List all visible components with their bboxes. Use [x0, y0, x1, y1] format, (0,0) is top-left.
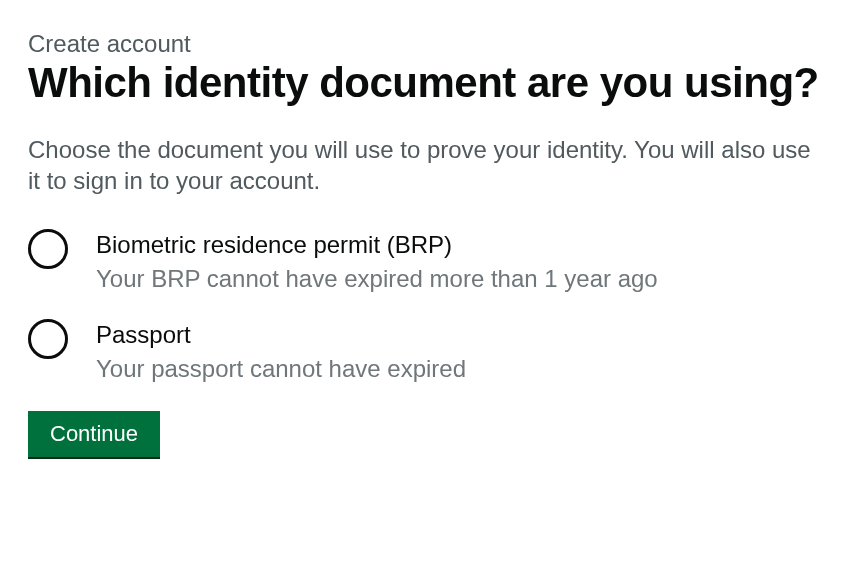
page-caption: Create account — [28, 30, 833, 58]
radio-circle-icon[interactable] — [28, 319, 68, 359]
radio-label-brp[interactable]: Biometric residence permit (BRP) — [96, 231, 658, 259]
radio-hint-brp: Your BRP cannot have expired more than 1… — [96, 265, 658, 292]
radio-content: Passport Your passport cannot have expir… — [96, 317, 466, 383]
radio-content: Biometric residence permit (BRP) Your BR… — [96, 227, 658, 293]
radio-item-brp[interactable]: Biometric residence permit (BRP) Your BR… — [28, 227, 833, 293]
form-container: Create account Which identity document a… — [28, 30, 833, 457]
radio-circle-icon[interactable] — [28, 229, 68, 269]
radio-hint-passport: Your passport cannot have expired — [96, 355, 466, 382]
radio-item-passport[interactable]: Passport Your passport cannot have expir… — [28, 317, 833, 383]
continue-button[interactable]: Continue — [28, 411, 160, 457]
page-heading: Which identity document are you using? — [28, 60, 833, 106]
page-description: Choose the document you will use to prov… — [28, 134, 828, 196]
radio-label-passport[interactable]: Passport — [96, 321, 466, 349]
document-radio-group: Biometric residence permit (BRP) Your BR… — [28, 227, 833, 383]
